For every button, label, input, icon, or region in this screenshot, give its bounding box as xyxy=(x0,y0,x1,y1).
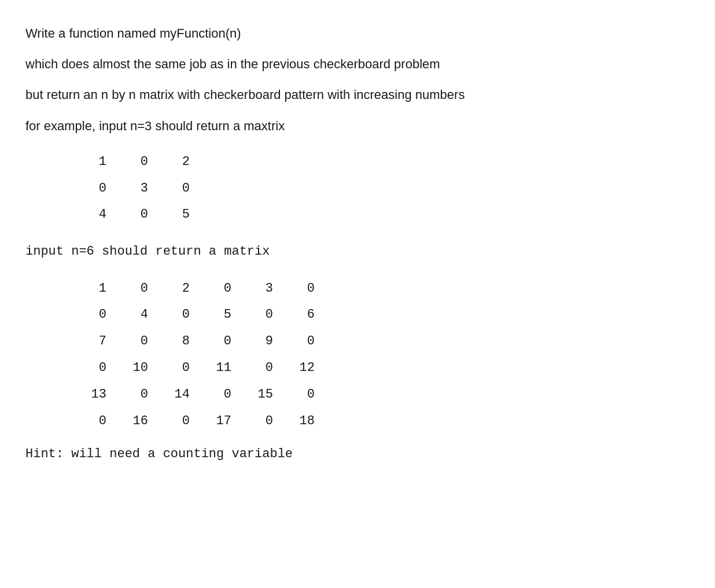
list-item: 3 xyxy=(238,277,280,301)
table-row: 010011012 xyxy=(72,356,690,380)
list-item: 2 xyxy=(155,277,197,301)
list-item: 11 xyxy=(197,356,238,380)
list-item: 0 xyxy=(72,356,113,380)
list-item: 0 xyxy=(113,203,155,227)
list-item: 8 xyxy=(155,329,197,354)
intro-line-2: which does almost the same job as in the… xyxy=(25,54,690,74)
list-item: 0 xyxy=(238,356,280,380)
list-item: 15 xyxy=(238,383,280,407)
list-item: 0 xyxy=(197,329,238,354)
list-item: 0 xyxy=(72,177,113,201)
list-item: 0 xyxy=(113,383,155,407)
list-item: 0 xyxy=(113,277,155,301)
list-item: 3 xyxy=(113,177,155,201)
table-row: 040506 xyxy=(72,303,690,327)
matrix-6x6: 1020300405067080900100110121301401500160… xyxy=(25,277,690,433)
list-item: 0 xyxy=(280,329,322,354)
list-item: 18 xyxy=(280,409,322,433)
list-item: 0 xyxy=(238,303,280,327)
list-item: 13 xyxy=(72,383,113,407)
intro-line-1: Write a function named myFunction(n) xyxy=(25,23,690,43)
table-row: 405 xyxy=(72,203,690,227)
list-item: 0 xyxy=(280,383,322,407)
matrix6-intro: input n=6 should return a matrix xyxy=(25,241,690,262)
list-item: 0 xyxy=(113,150,155,174)
list-item: 17 xyxy=(197,409,238,433)
list-item: 0 xyxy=(155,356,197,380)
list-item: 5 xyxy=(197,303,238,327)
list-item: 0 xyxy=(155,409,197,433)
list-item: 7 xyxy=(72,329,113,354)
list-item: 5 xyxy=(155,203,197,227)
intro-line-4: for example, input n=3 should return a m… xyxy=(25,116,690,136)
list-item: 1 xyxy=(72,277,113,301)
intro-line-3: but return an n by n matrix with checker… xyxy=(25,84,690,105)
list-item: 4 xyxy=(113,303,155,327)
list-item: 1 xyxy=(72,150,113,174)
table-row: 030 xyxy=(72,177,690,201)
list-item: 12 xyxy=(280,356,322,380)
table-row: 708090 xyxy=(72,329,690,354)
list-item: 0 xyxy=(238,409,280,433)
table-row: 016017018 xyxy=(72,409,690,433)
table-row: 102 xyxy=(72,150,690,174)
list-item: 4 xyxy=(72,203,113,227)
table-row: 102030 xyxy=(72,277,690,301)
list-item: 6 xyxy=(280,303,322,327)
hint-line: Hint: will need a counting variable xyxy=(25,447,690,461)
list-item: 0 xyxy=(113,329,155,354)
matrix-3x3: 102030405 xyxy=(25,150,690,227)
list-item: 0 xyxy=(155,303,197,327)
list-item: 10 xyxy=(113,356,155,380)
list-item: 0 xyxy=(197,277,238,301)
list-item: 9 xyxy=(238,329,280,354)
list-item: 16 xyxy=(113,409,155,433)
list-item: 0 xyxy=(280,277,322,301)
list-item: 0 xyxy=(155,177,197,201)
list-item: 0 xyxy=(72,409,113,433)
list-item: 14 xyxy=(155,383,197,407)
list-item: 0 xyxy=(197,383,238,407)
list-item: 0 xyxy=(72,303,113,327)
list-item: 2 xyxy=(155,150,197,174)
table-row: 130140150 xyxy=(72,383,690,407)
